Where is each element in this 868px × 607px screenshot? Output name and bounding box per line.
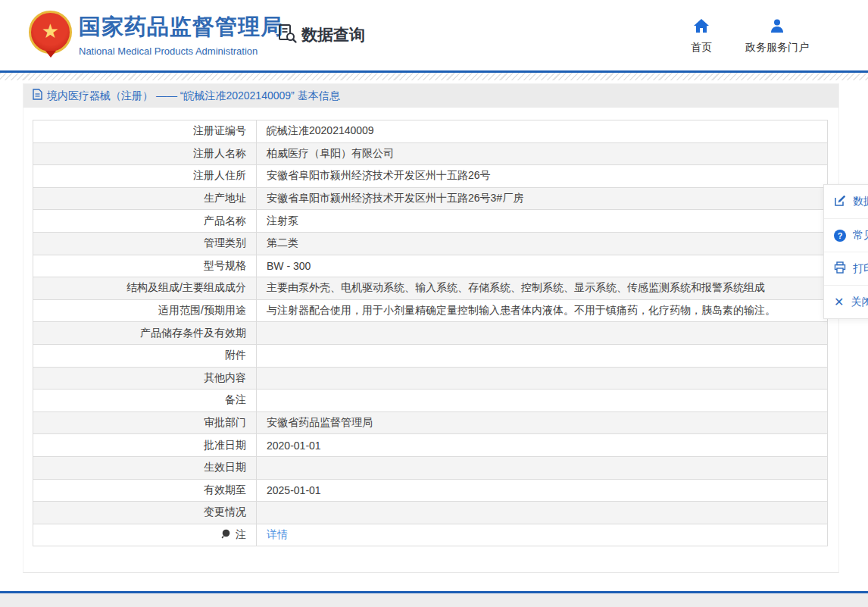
row-value: 安徽省阜阳市颍州经济技术开发区州十五路26号 xyxy=(267,169,491,181)
org-name-en: National Medical Products Administration xyxy=(79,45,283,57)
printer-icon xyxy=(834,261,846,276)
row-label: 有效期至 xyxy=(204,483,246,496)
table-row: 适用范围/预期用途 与注射器配合使用，用于小剂量精确定量控制输入患者体内液体。不… xyxy=(33,299,828,322)
org-title-block: 国家药品监督管理局 National Medical Products Admi… xyxy=(79,12,283,57)
row-label: 注册人名称 xyxy=(193,147,246,159)
panel-item-data-feedback[interactable]: 数据质量反馈 xyxy=(824,185,868,218)
row-label: 结构及组成/主要组成成分 xyxy=(126,281,246,293)
info-table-body: 注册证编号 皖械注准20202140009 注册人名称 柏威医疗（阜阳）有限公司… xyxy=(33,120,828,546)
registration-info-table: 注册证编号 皖械注准20202140009 注册人名称 柏威医疗（阜阳）有限公司… xyxy=(33,120,828,546)
table-row: 管理类别 第二类 xyxy=(33,232,828,255)
row-value: 主要由泵外壳、电机驱动系统、输入系统、存储系统、控制系统、显示系统、传感监测系统… xyxy=(267,281,765,293)
panel-item-print-page[interactable]: 打印页面 xyxy=(824,252,868,285)
panel-item-label: 关闭页面 xyxy=(851,296,868,309)
page-footer xyxy=(0,591,868,607)
edit-icon xyxy=(834,195,846,209)
table-row: 注册证编号 皖械注准20202140009 xyxy=(33,120,828,143)
table-row: 注册人住所 安徽省阜阳市颍州经济技术开发区州十五路26号 xyxy=(33,165,828,188)
emblem-icon: ★ xyxy=(29,11,72,54)
data-query-label: 数据查询 xyxy=(301,24,365,45)
table-row: 注 详情 xyxy=(33,524,828,546)
row-label: 管理类别 xyxy=(204,236,246,249)
panel-item-label: 数据质量反馈 xyxy=(853,195,868,208)
question-icon: ? xyxy=(834,230,846,242)
person-icon xyxy=(770,18,785,36)
top-nav: 首页 政务服务门户 xyxy=(691,18,809,55)
table-row: 变更情况 xyxy=(33,502,828,524)
row-label: 产品储存条件及有效期 xyxy=(140,327,246,339)
row-label: 注册证编号 xyxy=(193,124,246,136)
row-label: 其他内容 xyxy=(204,371,246,383)
panel-item-close-page[interactable]: ✕ 关闭页面 xyxy=(824,285,868,318)
table-row: 备注 xyxy=(33,390,828,412)
table-row: 产品储存条件及有效期 xyxy=(33,322,828,345)
nav-item-gov-portal[interactable]: 政务服务门户 xyxy=(745,18,809,55)
row-label: 审批部门 xyxy=(204,416,246,428)
page-doc-icon xyxy=(33,89,42,103)
row-label: 型号规格 xyxy=(204,259,246,271)
panel-item-label: 打印页面 xyxy=(853,262,868,276)
card-titlebar: 境内医疗器械（注册） —— “皖械注准20202140009” 基本信息 xyxy=(23,84,838,108)
table-row: 生产地址 安徽省阜阳市颍州经济技术开发区州十五路26号3#厂房 xyxy=(33,187,828,210)
row-label: 附件 xyxy=(225,349,246,361)
row-value: 安徽省阜阳市颍州经济技术开发区州十五路26号3#厂房 xyxy=(267,192,523,204)
close-icon: ✕ xyxy=(834,296,844,308)
table-row: 结构及组成/主要组成成分 主要由泵外壳、电机驱动系统、输入系统、存储系统、控制系… xyxy=(33,277,828,300)
row-value: 皖械注准20202140009 xyxy=(267,124,374,136)
row-label: 批准日期 xyxy=(204,439,246,451)
side-tool-panel: 数据质量反馈 ? 常见问题 打印页面 ✕ 关闭页面 xyxy=(823,184,868,319)
row-value: 第二类 xyxy=(267,236,298,249)
row-label: 变更情况 xyxy=(204,505,246,518)
row-value: 2025-01-01 xyxy=(267,484,321,496)
data-query-section: 数据查询 xyxy=(276,23,365,47)
site-header: ★ 国家药品监督管理局 National Medical Products Ad… xyxy=(0,0,868,70)
row-label: 生效日期 xyxy=(204,461,246,473)
panel-item-label: 常见问题 xyxy=(853,229,868,242)
page-title: 境内医疗器械（注册） —— “皖械注准20202140009” 基本信息 xyxy=(47,89,340,103)
row-value: 柏威医疗（阜阳）有限公司 xyxy=(267,147,394,159)
detail-card: 境内医疗器械（注册） —— “皖械注准20202140009” 基本信息 注册证… xyxy=(23,83,839,573)
table-row: 生效日期 xyxy=(33,456,828,479)
row-value: 安徽省药品监督管理局 xyxy=(267,416,373,428)
row-value: BW - 300 xyxy=(267,260,311,272)
table-row: 产品名称 注射泵 xyxy=(33,210,828,233)
table-row: 注册人名称 柏威医疗（阜阳）有限公司 xyxy=(33,142,828,165)
row-label: 备注 xyxy=(225,393,246,405)
panel-item-faq[interactable]: ? 常见问题 xyxy=(824,218,868,252)
row-value-link[interactable]: 详情 xyxy=(267,528,288,540)
org-name-cn: 国家药品监督管理局 xyxy=(79,12,283,42)
table-row: 型号规格 BW - 300 xyxy=(33,255,828,277)
nav-home-label: 首页 xyxy=(691,41,712,55)
table-row: 附件 xyxy=(33,344,828,367)
table-row: 其他内容 xyxy=(33,367,828,390)
row-value: 与注射器配合使用，用于小剂量精确定量控制输入患者体内液体。不用于镇痛药，化疗药物… xyxy=(267,304,776,316)
document-search-icon xyxy=(276,23,298,47)
national-emblem-logo: ★ xyxy=(29,11,73,59)
table-row: 审批部门 安徽省药品监督管理局 xyxy=(33,411,828,434)
row-value: 2020-01-01 xyxy=(267,440,321,452)
row-label: 适用范围/预期用途 xyxy=(158,304,246,316)
row-label: 注册人住所 xyxy=(193,169,246,181)
row-label: 注 xyxy=(236,528,246,540)
nav-item-home[interactable]: 首页 xyxy=(691,18,712,55)
note-icon xyxy=(221,529,230,541)
nav-portal-label: 政务服务门户 xyxy=(745,41,809,55)
row-label: 生产地址 xyxy=(204,192,246,204)
row-label: 产品名称 xyxy=(204,214,246,227)
home-icon xyxy=(693,18,710,36)
row-value: 注射泵 xyxy=(267,214,298,227)
table-row: 有效期至 2025-01-01 xyxy=(33,479,828,502)
table-row: 批准日期 2020-01-01 xyxy=(33,434,828,457)
hatched-stripe-band xyxy=(0,73,868,80)
